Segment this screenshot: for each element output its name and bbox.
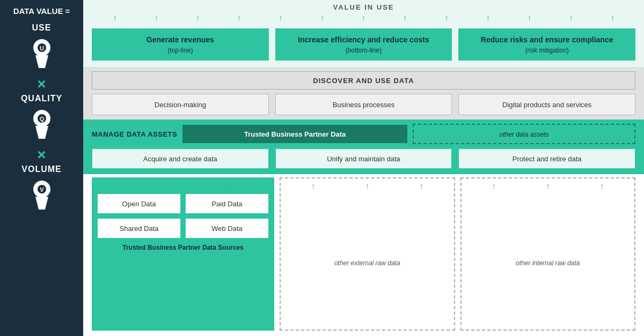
external-raw-label: other external raw data [281,191,454,330]
discover-section: DISCOVER AND USE DATA Decision-making Bu… [83,67,644,120]
value-box-efficiency-subtitle: (bottom-line) [283,47,445,54]
ext-arrow-1: ↑ [311,182,315,191]
svg-marker-7 [35,126,48,139]
sidebar: DATA VALUE = USE U × QUALITY Q × VOLU [0,0,83,336]
discover-decision-label: Decision-making [155,101,206,109]
discover-digital-label: Digital products and services [502,101,591,109]
external-raw-arrows: ↑ ↑ ↑ [281,178,454,191]
sources-grid: Open Data Paid Data Shared Data Web Data [97,193,269,238]
volume-label: VOLUME [21,165,61,174]
arrow-up-11: ↑ [528,13,532,23]
discover-header-text: DISCOVER AND USE DATA [313,77,414,85]
value-in-use-header: VALUE IN USE ↑ ↑ ↑ ↑ ↑ ↑ ↑ ↑ ↑ ↑ ↑ ↑ ↑ [83,0,644,24]
sidebar-volume-item: VOLUME V [4,165,79,216]
value-boxes-section: Generate revenues (top-line) Increase ef… [83,24,644,67]
sidebar-quality-item: QUALITY Q [4,94,79,145]
trusted-sources-box: ↑ ↑ ↑ ↑ ↑ ↑ Open Data Paid Data Shared D… [92,177,274,331]
arrow-up-4: ↑ [237,13,241,23]
manage-protect-text: Protect and retire data [513,155,582,163]
arrow-up-12: ↑ [569,13,573,23]
discover-rows: Decision-making Business processes Digit… [92,94,635,115]
external-raw-data-box: ↑ ↑ ↑ other external raw data [280,177,455,331]
open-data-label: Open Data [122,200,156,208]
value-box-efficiency: Increase efficiency and reduce costs (bo… [275,28,452,61]
manage-unify-text: Unify and maintain data [327,155,400,163]
value-in-use-label: VALUE IN USE [83,3,644,11]
other-assets-box: other data assets [413,124,635,144]
src-arrow-5: ↑ [224,182,228,191]
value-box-revenues-title: Generate revenues [99,35,261,44]
arrow-up-5: ↑ [279,13,283,23]
source-shared-data: Shared Data [97,218,181,238]
source-web-data: Web Data [185,218,269,238]
trusted-sources-label: Trusted Business Partner Data Sources [97,244,269,251]
ext-arrow-2: ↑ [365,182,369,191]
times-2: × [37,147,46,162]
shared-data-label: Shared Data [120,225,159,233]
svg-text:Q: Q [39,116,44,122]
int-arrow-1: ↑ [492,182,496,191]
discover-box-business: Business processes [275,94,452,115]
manage-acquire-box: Acquire and create data [92,148,269,169]
arrow-up-10: ↑ [486,13,490,23]
sidebar-use-item: USE U [4,23,79,74]
top-arrows-row: ↑ ↑ ↑ ↑ ↑ ↑ ↑ ↑ ↑ ↑ ↑ ↑ ↑ [83,13,644,23]
arrow-up-7: ↑ [361,13,365,23]
other-assets-text: other data assets [500,131,549,138]
manage-label: MANAGE DATA ASSETS [92,130,177,138]
raw-data-section: ↑ ↑ ↑ other external raw data ↑ ↑ ↑ othe… [280,177,635,331]
sources-arrows-row: ↑ ↑ ↑ ↑ ↑ ↑ [97,182,269,191]
use-keyhole-icon: U [28,36,56,69]
discover-box-digital: Digital products and services [458,94,635,115]
main-content: VALUE IN USE ↑ ↑ ↑ ↑ ↑ ↑ ↑ ↑ ↑ ↑ ↑ ↑ ↑ G… [83,0,644,336]
sources-section: ↑ ↑ ↑ ↑ ↑ ↑ Open Data Paid Data Shared D… [83,174,644,336]
arrow-up-9: ↑ [444,13,449,23]
manage-acquire-text: Acquire and create data [143,155,217,163]
discover-business-label: Business processes [333,101,395,109]
svg-marker-11 [35,197,48,210]
discover-header: DISCOVER AND USE DATA [92,71,635,89]
internal-raw-label: other internal raw data [462,191,635,330]
arrow-up-6: ↑ [320,13,324,23]
manage-section: MANAGE DATA ASSETS Trusted Business Part… [83,120,644,174]
discover-box-decision: Decision-making [92,94,269,115]
arrow-up-8: ↑ [403,13,407,23]
paid-data-label: Paid Data [211,200,242,208]
source-open-data: Open Data [97,193,181,214]
svg-marker-3 [35,55,48,68]
sidebar-title: DATA VALUE = [13,6,70,16]
trusted-box: Trusted Business Partner Data [182,125,407,143]
volume-keyhole-icon: V [28,177,56,211]
times-1: × [37,77,46,92]
value-box-risks-title: Reduce risks and ensure compliance [466,35,628,44]
manage-protect-box: Protect and retire data [458,148,635,169]
src-arrow-6: ↑ [252,182,257,191]
internal-raw-arrows: ↑ ↑ ↑ [462,178,635,191]
value-box-revenues: Generate revenues (top-line) [92,28,269,61]
web-data-label: Web Data [211,225,243,233]
internal-raw-data-box: ↑ ↑ ↑ other internal raw data [460,177,636,331]
quality-keyhole-icon: Q [28,107,56,140]
src-arrow-1: ↑ [109,182,114,191]
source-paid-data: Paid Data [185,193,269,214]
svg-text:U: U [40,45,44,51]
int-arrow-3: ↑ [600,182,604,191]
src-arrow-2: ↑ [138,182,142,191]
trusted-box-text: Trusted Business Partner Data [244,130,346,138]
manage-top-row: MANAGE DATA ASSETS Trusted Business Part… [92,124,635,144]
src-arrow-3: ↑ [166,182,171,191]
arrow-up-3: ↑ [195,13,200,23]
arrow-up-1: ↑ [113,13,117,23]
value-box-risks: Reduce risks and ensure compliance (risk… [458,28,635,61]
ext-arrow-3: ↑ [419,182,423,191]
manage-bottom-row: Acquire and create data Unify and mainta… [92,148,635,169]
src-arrow-4: ↑ [195,182,200,191]
quality-label: QUALITY [21,94,62,103]
arrow-up-13: ↑ [610,13,614,23]
use-label: USE [32,23,52,33]
svg-text:V: V [40,186,44,193]
arrow-up-2: ↑ [154,13,158,23]
value-box-risks-subtitle: (risk mitigation) [466,47,628,54]
manage-unify-box: Unify and maintain data [275,148,452,169]
value-box-efficiency-title: Increase efficiency and reduce costs [283,35,445,44]
